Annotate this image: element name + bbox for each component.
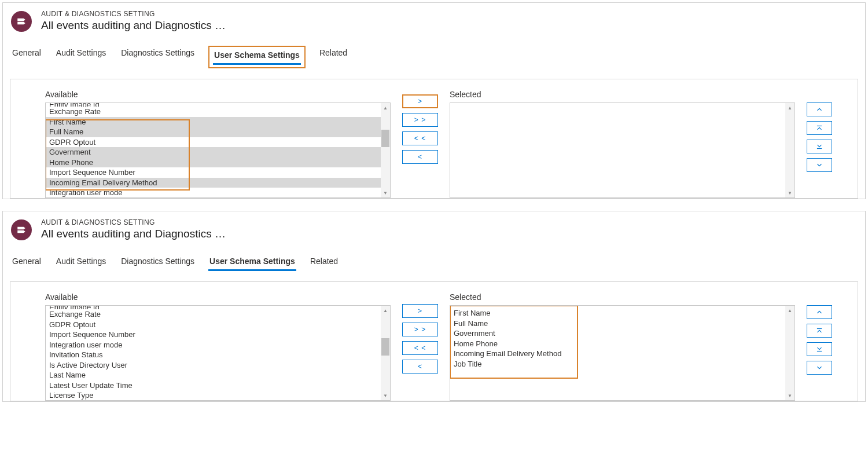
list-item[interactable]: Last Name — [46, 370, 381, 380]
tab-strip: General Audit Settings Diagnostics Setti… — [3, 243, 865, 274]
list-item[interactable]: Government — [46, 147, 381, 158]
add-button[interactable]: > — [402, 304, 438, 318]
list-item[interactable]: Incoming Email Delivery Method — [450, 349, 785, 359]
list-item[interactable]: Job Title — [450, 359, 785, 369]
list-item[interactable]: Incoming Email Delivery Method — [46, 178, 381, 188]
list-item[interactable]: First Name — [46, 117, 381, 127]
selected-listbox[interactable]: ▲ ▼ — [450, 102, 795, 198]
scroll-up-icon[interactable]: ▲ — [785, 103, 795, 112]
tab-audit-settings[interactable]: Audit Settings — [55, 46, 107, 68]
breadcrumb: AUDIT & DIAGNOSTICS SETTING — [41, 218, 226, 226]
tab-general[interactable]: General — [11, 46, 42, 68]
dual-list-picker: Available Entity Image Id Exchange Rate … — [45, 292, 832, 401]
list-item[interactable]: Integration user mode — [46, 340, 381, 350]
selected-column: Selected First Name Full Name Government… — [450, 292, 795, 401]
remove-button[interactable]: < — [402, 360, 438, 374]
selected-label: Selected — [450, 292, 795, 302]
move-up-button[interactable] — [807, 102, 832, 116]
list-item[interactable]: Integration user mode — [46, 188, 381, 197]
move-up-button[interactable] — [807, 305, 832, 319]
list-item[interactable]: Home Phone — [450, 339, 785, 349]
move-buttons: > > > < < < — [402, 292, 438, 374]
remove-button[interactable]: < — [402, 150, 438, 164]
tab-strip: General Audit Settings Diagnostics Setti… — [3, 34, 865, 72]
tab-diagnostics-settings[interactable]: Diagnostics Settings — [120, 46, 196, 68]
add-all-button[interactable]: > > — [402, 113, 438, 127]
available-label: Available — [45, 292, 391, 302]
scroll-thumb[interactable] — [381, 338, 389, 356]
page-header: AUDIT & DIAGNOSTICS SETTING All events a… — [3, 211, 865, 243]
order-buttons — [807, 292, 832, 375]
scroll-down-icon[interactable]: ▼ — [785, 391, 795, 400]
scroll-down-icon[interactable]: ▼ — [785, 188, 795, 197]
list-item[interactable]: Latest User Update Time — [46, 380, 381, 391]
scroll-thumb[interactable] — [381, 130, 389, 147]
list-item[interactable]: Is Active Directory User — [46, 360, 381, 371]
panel-before: AUDIT & DIAGNOSTICS SETTING All events a… — [2, 2, 866, 199]
tab-user-schema-settings[interactable]: User Schema Settings — [208, 254, 296, 271]
scroll-down-icon[interactable]: ▼ — [381, 188, 390, 197]
move-top-button[interactable] — [807, 121, 832, 135]
scroll-up-icon[interactable]: ▲ — [785, 306, 795, 315]
tab-diagnostics-settings[interactable]: Diagnostics Settings — [120, 254, 196, 271]
available-column: Available Entity Image Id Exchange Rate … — [45, 292, 391, 401]
move-buttons: > > > < < < — [402, 90, 438, 164]
add-button[interactable]: > — [402, 94, 438, 108]
scroll-down-icon[interactable]: ▼ — [381, 391, 390, 400]
available-listbox[interactable]: Entity Image Id Exchange Rate GDPR Optou… — [45, 305, 391, 401]
list-item[interactable]: Government — [450, 328, 785, 339]
tab-audit-settings[interactable]: Audit Settings — [55, 254, 107, 271]
page-title: All events auditing and Diagnostics … — [41, 19, 226, 32]
tab-general[interactable]: General — [11, 254, 42, 271]
available-column: Available Entity Image Id Exchange Rate … — [45, 90, 391, 198]
tab-user-schema-settings[interactable]: User Schema Settings — [213, 48, 301, 65]
move-down-button[interactable] — [807, 361, 832, 375]
list-item[interactable]: License Type — [46, 390, 381, 400]
remove-all-button[interactable]: < < — [402, 341, 438, 355]
settings-entity-icon — [11, 11, 32, 32]
list-item[interactable]: Full Name — [450, 318, 785, 329]
move-bottom-button[interactable] — [807, 342, 832, 356]
scrollbar[interactable]: ▲ ▼ — [785, 306, 795, 400]
list-item[interactable]: Exchange Rate — [46, 107, 381, 117]
highlight-active-tab: User Schema Settings — [208, 46, 306, 68]
list-item[interactable]: Full Name — [46, 127, 381, 137]
available-listbox[interactable]: Entity Image Id Exchange Rate First Name… — [45, 102, 391, 198]
breadcrumb: AUDIT & DIAGNOSTICS SETTING — [41, 10, 226, 18]
add-all-button[interactable]: > > — [402, 323, 438, 336]
dual-list-picker: Available Entity Image Id Exchange Rate … — [45, 90, 832, 198]
list-item[interactable]: Import Sequence Number — [46, 167, 381, 178]
list-item[interactable]: Exchange Rate — [46, 309, 381, 320]
list-item[interactable]: Invitation Status — [46, 350, 381, 360]
list-item[interactable]: Home Phone — [46, 158, 381, 168]
list-item[interactable]: First Name — [450, 308, 785, 318]
list-item[interactable]: Import Sequence Number — [46, 329, 381, 340]
scrollbar[interactable]: ▲ ▼ — [381, 103, 390, 197]
tab-related[interactable]: Related — [309, 254, 339, 271]
list-item[interactable]: GDPR Optout — [46, 320, 381, 330]
settings-entity-icon — [11, 219, 32, 240]
tab-related[interactable]: Related — [318, 46, 348, 68]
selected-listbox[interactable]: First Name Full Name Government Home Pho… — [450, 305, 795, 401]
list-item[interactable]: GDPR Optout — [46, 137, 381, 148]
available-label: Available — [45, 90, 391, 99]
content-area: Available Entity Image Id Exchange Rate … — [10, 281, 858, 401]
scroll-up-icon[interactable]: ▲ — [381, 103, 390, 112]
order-buttons — [807, 90, 832, 172]
content-area: Available Entity Image Id Exchange Rate … — [10, 79, 858, 199]
remove-all-button[interactable]: < < — [402, 131, 438, 145]
selected-label: Selected — [450, 90, 795, 99]
move-bottom-button[interactable] — [807, 140, 832, 153]
scrollbar[interactable]: ▲ ▼ — [381, 306, 390, 400]
selected-column: Selected ▲ ▼ — [450, 90, 795, 198]
page-title: All events auditing and Diagnostics … — [41, 228, 226, 240]
scroll-up-icon[interactable]: ▲ — [381, 306, 390, 315]
panel-after: AUDIT & DIAGNOSTICS SETTING All events a… — [2, 211, 866, 402]
page-header: AUDIT & DIAGNOSTICS SETTING All events a… — [3, 3, 865, 34]
scrollbar[interactable]: ▲ ▼ — [785, 103, 795, 197]
move-top-button[interactable] — [807, 324, 832, 338]
move-down-button[interactable] — [807, 158, 832, 172]
